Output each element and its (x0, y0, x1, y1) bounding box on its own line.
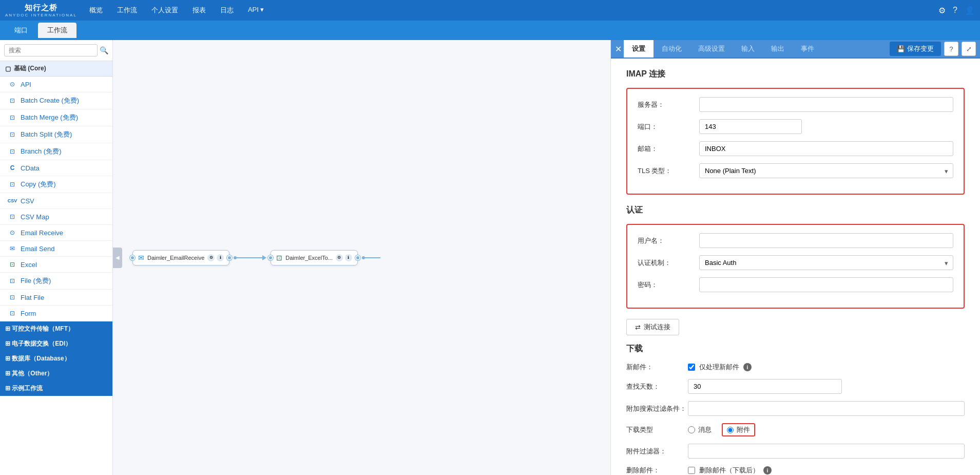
sidebar-item-copy[interactable]: ⊡ Copy (免费) (0, 176, 112, 193)
workflow-node-excel[interactable]: ⊡ Daimler_ExcelTo... ⚙ ℹ (271, 250, 358, 265)
mailbox-label: 邮箱： (638, 144, 699, 154)
sidebar-item-api[interactable]: ⊙ API (0, 77, 112, 92)
nav-overview[interactable]: 概览 (87, 5, 105, 16)
sidebar-category-examples[interactable]: ⊞ 示例工作流 (0, 381, 112, 396)
sidebar-item-batch-split[interactable]: ⊡ Batch Split (免费) (0, 126, 112, 143)
cdata-icon: C (8, 164, 16, 172)
sidebar-category-database[interactable]: ⊞ 数据库（Database） (0, 351, 112, 366)
days-input[interactable] (688, 379, 842, 394)
right-panel-content: IMAP 连接 服务器： 端口： 邮箱： (611, 59, 980, 475)
delete-mail-info-icon[interactable]: i (763, 466, 772, 474)
nav-api[interactable]: API ▾ (246, 5, 266, 16)
username-input[interactable] (699, 233, 953, 248)
auth-mechanism-select[interactable]: Basic Auth OAuth2 (699, 255, 953, 270)
server-input[interactable] (699, 97, 953, 112)
question-icon[interactable]: ? (953, 6, 957, 15)
new-mail-checkbox[interactable] (688, 364, 695, 371)
save-changes-button[interactable]: 💾 保存变更 (890, 42, 941, 56)
new-mail-checkbox-label: 仅处理新邮件 (699, 363, 739, 372)
search-button[interactable]: 🔍 (100, 46, 108, 54)
nav-personal-settings[interactable]: 个人设置 (149, 5, 180, 16)
workflow-node-email-receive[interactable]: ✉ Daimler_EmailReceive ⚙ ℹ (132, 250, 229, 265)
test-connect-button[interactable]: ⇄ 测试连接 (626, 319, 679, 335)
node2-right-dot (355, 255, 360, 260)
mailbox-input[interactable] (699, 141, 953, 156)
password-input[interactable] (699, 277, 953, 292)
tab-input[interactable]: 输入 (733, 40, 763, 58)
panel-info-button[interactable]: ? (944, 42, 958, 56)
sidebar-item-batch-merge[interactable]: ⊡ Batch Merge (免费) (0, 109, 112, 126)
tab-port[interactable]: 端口 (5, 23, 37, 38)
radio-attachment-box: 附件 (722, 423, 755, 436)
sidebar-item-email-send-label: Email Send (21, 245, 54, 253)
panel-expand-button[interactable]: ⤢ (962, 42, 976, 56)
section-label: 基础 (Core) (14, 64, 46, 73)
form-row-filter: 附加搜索过滤条件： (626, 401, 965, 416)
auth-fields-box: 用户名： 认证机制： Basic Auth OAuth2 ▾ (626, 224, 965, 309)
node2-info-btn[interactable]: ℹ (345, 254, 352, 261)
sidebar-item-excel-label: Excel (21, 261, 37, 269)
batch-create-icon: ⊡ (8, 97, 16, 105)
filter-input[interactable] (688, 401, 965, 416)
delete-mail-checkbox-label: 删除邮件（下载后） (699, 466, 759, 475)
form-row-password: 密码： (638, 277, 953, 292)
sidebar-collapse-button[interactable]: ◀ (113, 248, 122, 268)
test-connect-label: 测试连接 (644, 322, 670, 332)
node1-info-btn[interactable]: ℹ (217, 254, 224, 261)
nav-logs[interactable]: 日志 (218, 5, 236, 16)
nav-reports[interactable]: 报表 (190, 5, 208, 16)
close-panel-button[interactable]: ✕ (615, 44, 622, 54)
connector-arrow (262, 255, 266, 260)
sidebar-item-email-send[interactable]: ✉ Email Send (0, 241, 112, 257)
nav-workflow[interactable]: 工作流 (115, 5, 139, 16)
node2-label: Daimler_ExcelTo... (285, 255, 333, 261)
radio-attachment-input[interactable] (727, 427, 734, 433)
sidebar-item-csv[interactable]: CSV CSV (0, 193, 112, 209)
form-row-port: 端口： (638, 119, 953, 134)
sidebar-item-flat-file-label: Flat File (21, 294, 44, 301)
port-input[interactable] (699, 119, 802, 134)
tab-workflow[interactable]: 工作流 (38, 23, 76, 38)
days-label: 查找天数： (626, 382, 688, 391)
attachment-filter-input[interactable] (688, 444, 965, 459)
sidebar-item-form[interactable]: ⊡ Form (0, 306, 112, 321)
csv-icon: CSV (8, 197, 16, 205)
sidebar-item-email-receive[interactable]: ⊙ Email Receive (0, 225, 112, 241)
sidebar-category-edi[interactable]: ⊞ 电子数据交换（EDI） (0, 336, 112, 351)
sidebar-item-batch-create[interactable]: ⊡ Batch Create (免费) (0, 92, 112, 109)
tab-output[interactable]: 输出 (763, 40, 793, 58)
sidebar-item-file[interactable]: ⊡ File (免费) (0, 273, 112, 290)
new-mail-info-icon[interactable]: i (743, 363, 752, 371)
tab-events[interactable]: 事件 (793, 40, 822, 58)
sidebar-category-mft[interactable]: ⊞ 可控文件传输（MFT） (0, 321, 112, 336)
sidebar-item-branch[interactable]: ⊡ Branch (免费) (0, 143, 112, 160)
sidebar-item-csv-map-label: CSV Map (21, 213, 49, 221)
tab-automation[interactable]: 自动化 (654, 40, 690, 58)
sidebar-item-batch-split-label: Batch Split (免费) (21, 130, 72, 139)
workflow-connector-2 (362, 256, 380, 259)
email-send-icon: ✉ (8, 244, 16, 253)
tab-settings[interactable]: 设置 (624, 40, 654, 58)
sidebar-item-excel[interactable]: ⊡ Excel (0, 257, 112, 273)
sidebar-item-csv-map[interactable]: ⊡ CSV Map (0, 209, 112, 225)
sidebar-item-cdata[interactable]: C CData (0, 160, 112, 176)
email-node-icon: ✉ (138, 254, 144, 262)
gear-icon[interactable]: ⚙ (938, 6, 946, 15)
search-input[interactable] (4, 44, 98, 56)
copy-icon: ⊡ (8, 180, 16, 188)
sidebar-category-other[interactable]: ⊞ 其他（Other） (0, 366, 112, 381)
delete-mail-checkbox[interactable] (688, 467, 695, 474)
tab-advanced-settings[interactable]: 高级设置 (690, 40, 733, 58)
sidebar-item-flat-file[interactable]: ⊡ Flat File (0, 290, 112, 306)
logo-main: 知行之桥 (25, 3, 57, 13)
tls-select[interactable]: None (Plain Text) TLS STARTTLS (699, 163, 953, 178)
user-icon[interactable]: 👤 (965, 6, 975, 15)
workflow-connector (234, 255, 266, 260)
save-btn-label: 保存变更 (907, 44, 934, 53)
radio-message-input[interactable] (688, 426, 695, 433)
imap-fields-box: 服务器： 端口： 邮箱： TLS 类型： (626, 88, 965, 195)
api-icon: ⊙ (8, 80, 16, 88)
node-right-dot (227, 255, 232, 260)
node2-settings-btn[interactable]: ⚙ (336, 254, 343, 261)
node1-settings-btn[interactable]: ⚙ (207, 254, 215, 261)
